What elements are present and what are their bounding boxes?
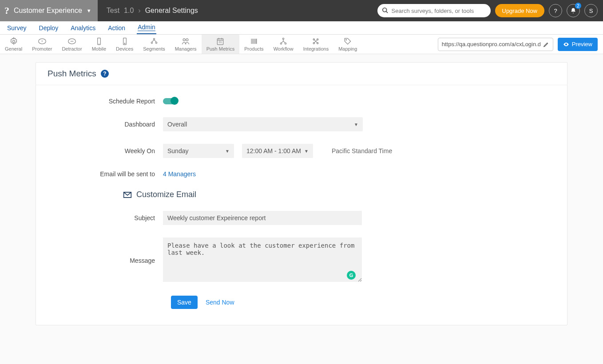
header-right: Upgrade Now ? 2 S xyxy=(377,4,603,17)
logo-icon: ? xyxy=(4,5,9,16)
subnav-integrations[interactable]: Integrations xyxy=(298,35,333,54)
subnav-push-metrics[interactable]: 31 Push Metrics xyxy=(202,35,240,54)
main-nav: Survey Deploy Analytics Action Admin xyxy=(0,21,603,35)
schedule-report-toggle[interactable] xyxy=(163,98,177,104)
grammarly-icon[interactable]: G xyxy=(347,271,356,280)
content-area: Push Metrics ? Schedule Report Dashboard… xyxy=(0,54,603,333)
card-header: Push Metrics ? xyxy=(36,63,567,85)
notifications-button[interactable]: 2 xyxy=(567,4,580,17)
svg-point-2 xyxy=(12,40,15,43)
subnav-segments[interactable]: Segments xyxy=(138,35,170,54)
card-body: Schedule Report Dashboard Overall ▼ Week… xyxy=(36,85,567,325)
svg-point-16 xyxy=(183,39,185,41)
svg-point-31 xyxy=(285,43,286,44)
weekly-time-select[interactable]: 12:00 AM - 1:00 AM ▼ xyxy=(242,144,313,158)
page-title: Push Metrics xyxy=(48,69,96,79)
chevron-right-icon: › xyxy=(138,7,140,15)
button-row: Save Send Now xyxy=(171,296,555,309)
svg-text:+: + xyxy=(41,39,43,44)
brand-name: Customer Experience xyxy=(14,7,82,15)
subnav-promoter[interactable]: + Promoter xyxy=(27,35,57,54)
detractor-icon xyxy=(67,37,77,46)
crumb-version: 1.0 xyxy=(124,7,134,15)
dashboard-label: Dashboard xyxy=(48,121,163,128)
nav-deploy[interactable]: Deploy xyxy=(38,24,60,34)
subnav-managers[interactable]: Managers xyxy=(170,35,202,54)
brand-switcher[interactable]: ? Customer Experience ▼ xyxy=(0,0,98,21)
preview-button[interactable]: Preview xyxy=(558,38,598,51)
managers-icon xyxy=(181,37,190,46)
chevron-down-icon: ▼ xyxy=(225,149,230,154)
icon-nav: General + Promoter Detractor Mobile Devi… xyxy=(0,35,603,54)
svg-point-17 xyxy=(186,39,188,41)
weekly-day-select[interactable]: Sunday ▼ xyxy=(163,144,234,158)
message-label: Message xyxy=(48,257,163,264)
help-icon[interactable]: ? xyxy=(101,70,109,78)
subnav-mapping[interactable]: Mapping xyxy=(333,35,362,54)
share-url-text: https://qa.questionpro.com/a/cxLogin.do? xyxy=(442,41,540,47)
integrations-icon xyxy=(311,37,321,46)
promoter-icon: + xyxy=(37,37,47,46)
subnav-detractor[interactable]: Detractor xyxy=(57,35,87,54)
subject-label: Subject xyxy=(48,214,163,222)
avatar-button[interactable]: S xyxy=(584,4,598,17)
envelope-icon xyxy=(123,191,132,198)
upgrade-button[interactable]: Upgrade Now xyxy=(495,4,545,17)
timezone-text: Pacific Standard Time xyxy=(332,147,392,154)
devices-icon xyxy=(120,37,130,46)
pencil-icon xyxy=(543,41,549,47)
subnav-devices[interactable]: Devices xyxy=(111,35,138,54)
share-url-box[interactable]: https://qa.questionpro.com/a/cxLogin.do? xyxy=(438,38,553,51)
subject-input[interactable] xyxy=(163,211,362,225)
weekly-on-label: Weekly On xyxy=(48,147,163,154)
svg-line-1 xyxy=(386,11,388,13)
nav-admin[interactable]: Admin xyxy=(137,24,156,34)
schedule-report-label: Schedule Report xyxy=(48,98,163,105)
dashboard-select[interactable]: Overall ▼ xyxy=(163,117,363,131)
nav-analytics[interactable]: Analytics xyxy=(70,24,96,34)
svg-point-10 xyxy=(124,43,125,44)
svg-point-13 xyxy=(155,42,157,44)
svg-point-11 xyxy=(153,38,155,40)
eye-icon xyxy=(563,41,569,47)
subnav-mobile[interactable]: Mobile xyxy=(87,35,111,54)
email-sent-label: Email will be sent to xyxy=(48,170,163,178)
svg-point-12 xyxy=(151,42,152,44)
search-icon xyxy=(382,7,389,14)
svg-line-14 xyxy=(152,40,154,42)
nav-action[interactable]: Action xyxy=(107,24,126,34)
chevron-down-icon: ▼ xyxy=(354,122,358,127)
svg-point-29 xyxy=(282,38,284,40)
help-button[interactable]: ? xyxy=(549,4,562,17)
managers-link[interactable]: 4 Managers xyxy=(163,170,196,178)
subnav-workflow[interactable]: Workflow xyxy=(269,35,298,54)
breadcrumb: Test 1.0 › General Settings xyxy=(98,7,198,15)
crumb-page: General Settings xyxy=(145,7,198,15)
icon-nav-right: https://qa.questionpro.com/a/cxLogin.do?… xyxy=(438,35,603,54)
send-now-button[interactable]: Send Now xyxy=(206,299,234,306)
tag-icon xyxy=(343,37,353,46)
search-wrap xyxy=(377,4,491,17)
push-metrics-card: Push Metrics ? Schedule Report Dashboard… xyxy=(36,62,567,325)
chevron-down-icon: ▼ xyxy=(87,8,91,13)
crumb-project[interactable]: Test xyxy=(107,7,119,15)
svg-line-15 xyxy=(154,40,156,42)
gear-icon xyxy=(9,37,19,46)
chevron-down-icon: ▼ xyxy=(304,149,309,154)
icon-nav-items: General + Promoter Detractor Mobile Devi… xyxy=(0,35,362,54)
svg-text:31: 31 xyxy=(219,40,222,44)
barcode-icon xyxy=(249,37,259,46)
subnav-products[interactable]: Products xyxy=(239,35,268,54)
workflow-icon xyxy=(278,37,288,46)
svg-point-36 xyxy=(346,40,347,40)
subnav-general[interactable]: General xyxy=(0,35,27,54)
nav-survey[interactable]: Survey xyxy=(6,24,28,34)
search-input[interactable] xyxy=(377,4,491,17)
customize-email-title: Customize Email xyxy=(123,190,555,199)
top-header: ? Customer Experience ▼ Test 1.0 › Gener… xyxy=(0,0,603,21)
notification-badge: 2 xyxy=(575,3,581,9)
mobile-icon xyxy=(94,37,104,46)
message-textarea[interactable] xyxy=(163,237,362,282)
svg-point-30 xyxy=(280,43,282,44)
save-button[interactable]: Save xyxy=(171,296,198,309)
